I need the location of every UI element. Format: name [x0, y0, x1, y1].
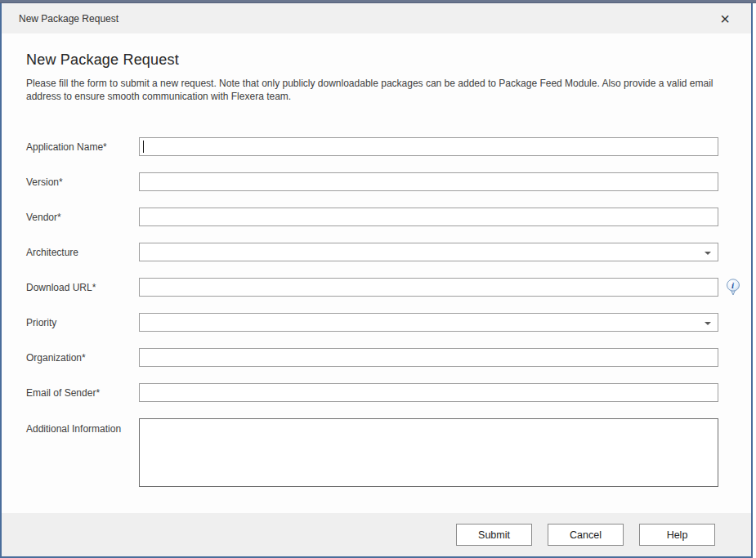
form-row-vendor: Vendor* — [26, 208, 733, 226]
page-description: Please fill the form to submit a new req… — [26, 77, 719, 103]
version-control — [139, 172, 718, 191]
download-url-label: Download URL* — [26, 282, 139, 293]
priority-label: Priority — [26, 317, 139, 328]
vendor-control — [139, 208, 718, 226]
architecture-label: Architecture — [26, 247, 139, 258]
download-url-input[interactable] — [139, 278, 718, 297]
dialog-body: New Package Request Please fill the form… — [2, 33, 751, 513]
vendor-input[interactable] — [139, 208, 718, 226]
organization-control — [139, 348, 718, 367]
application-name-input[interactable] — [139, 137, 718, 156]
form-row-email-of-sender: Email of Sender* — [26, 383, 733, 402]
close-button[interactable]: × — [715, 9, 735, 29]
email-of-sender-control — [139, 383, 718, 402]
screen: New Package Request × New Package Reques… — [0, 0, 756, 558]
form-row-additional-information: Additional Information — [26, 418, 733, 487]
additional-information-textarea[interactable] — [139, 418, 718, 487]
download-url-control — [139, 278, 718, 297]
submit-button[interactable]: Submit — [456, 524, 532, 546]
email-of-sender-label: Email of Sender* — [26, 387, 139, 399]
additional-information-label: Additional Information — [26, 418, 139, 435]
architecture-control — [139, 243, 718, 261]
priority-control — [139, 313, 718, 332]
cancel-button[interactable]: Cancel — [548, 524, 624, 546]
application-name-control — [139, 137, 718, 156]
additional-information-control — [139, 418, 718, 487]
form-row-organization: Organization* — [26, 348, 733, 367]
close-icon: × — [720, 11, 730, 27]
info-balloon-icon: i — [726, 279, 740, 296]
priority-dropdown[interactable] — [139, 313, 718, 332]
dialog-footer: Submit Cancel Help — [2, 513, 751, 556]
new-package-request-dialog: New Package Request × New Package Reques… — [0, 3, 753, 558]
form-row-architecture: Architecture — [26, 243, 733, 261]
organization-label: Organization* — [26, 352, 139, 364]
version-label: Version* — [26, 176, 139, 188]
form-row-version: Version* — [26, 172, 733, 191]
help-button[interactable]: Help — [639, 524, 715, 546]
architecture-dropdown[interactable] — [139, 243, 718, 261]
chevron-down-icon — [705, 252, 711, 255]
request-form: Application Name* Version* Vendor* — [26, 137, 733, 487]
download-url-info[interactable]: i — [726, 279, 740, 296]
version-input[interactable] — [139, 172, 718, 191]
form-row-application-name: Application Name* — [26, 137, 733, 156]
text-cursor — [143, 141, 144, 153]
form-row-priority: Priority — [26, 313, 733, 332]
dialog-titlebar[interactable]: New Package Request × — [2, 3, 751, 33]
vendor-label: Vendor* — [26, 212, 139, 223]
organization-input[interactable] — [139, 348, 718, 367]
form-row-download-url: Download URL* — [26, 278, 733, 297]
page-title: New Package Request — [26, 51, 733, 69]
email-of-sender-input[interactable] — [139, 383, 718, 402]
chevron-down-icon — [705, 322, 711, 325]
dialog-title: New Package Request — [19, 13, 119, 25]
application-name-label: Application Name* — [26, 141, 139, 153]
